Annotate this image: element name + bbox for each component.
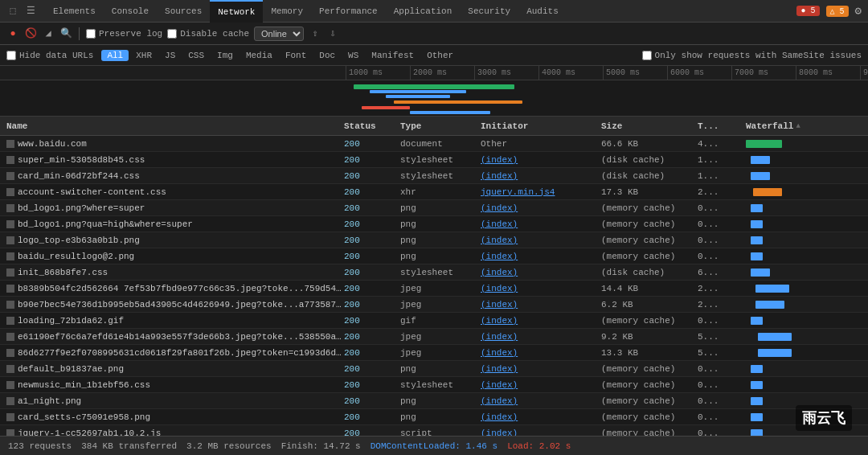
cell-initiator[interactable]: (index) — [481, 316, 601, 326]
table-row[interactable]: default_b91837ae.png200png(index)(memory… — [0, 361, 868, 377]
cell-initiator[interactable]: (index) — [481, 396, 601, 406]
tab-audits[interactable]: Audits — [518, 0, 567, 23]
col-header-size[interactable]: Size — [601, 121, 698, 131]
cell-initiator[interactable]: jquery.min.js4 — [481, 187, 601, 197]
cell-initiator[interactable]: (index) — [481, 252, 601, 261]
tab-memory[interactable]: Memory — [263, 0, 311, 23]
col-headers: Name Status Type Initiator Size T... Wat… — [0, 117, 868, 136]
throttle-select[interactable]: Online — [254, 27, 304, 41]
table-row[interactable]: init_868b8fe7.css200stylesheet(index)(di… — [0, 264, 868, 281]
table-row[interactable]: b8389b504fc2d562664 7ef53b7fbd9e977c66c3… — [0, 281, 868, 297]
disable-cache-input[interactable] — [167, 29, 177, 39]
resource-icon — [6, 317, 14, 325]
cell-initiator[interactable]: (index) — [481, 364, 601, 374]
cell-status: 200 — [344, 268, 400, 277]
table-row[interactable]: a1_night.png200png(index)(memory cache)0… — [0, 393, 868, 409]
import-icon[interactable]: ⇧ — [309, 27, 321, 40]
filter-icon[interactable]: ◢ — [42, 27, 55, 40]
cell-initiator[interactable]: (index) — [481, 300, 601, 309]
table-row[interactable]: card_min-06d72bf244.css200stylesheet(ind… — [0, 168, 868, 184]
filter-doc[interactable]: Doc — [313, 50, 341, 61]
tab-application[interactable]: Application — [386, 0, 461, 23]
cell-initiator[interactable]: (index) — [481, 171, 601, 181]
tab-network[interactable]: Network — [210, 0, 263, 23]
disable-cache-checkbox[interactable]: Disable cache — [167, 29, 249, 39]
table-row[interactable]: loading_72b1da62.gif200gif(index)(memory… — [0, 313, 868, 329]
samesite-checkbox[interactable]: Only show requests with SameSite issues — [642, 51, 862, 60]
cell-initiator[interactable]: (index) — [481, 380, 601, 390]
cell-initiator[interactable]: (index) — [481, 219, 601, 229]
cell-waterfall — [746, 345, 862, 360]
cell-name: init_868b8fe7.css — [6, 268, 344, 277]
table-row[interactable]: card_setts-c75091e958.png200png(index)(m… — [0, 409, 868, 425]
cell-initiator[interactable]: (index) — [481, 348, 601, 358]
col-header-status[interactable]: Status — [344, 121, 400, 131]
table-row[interactable]: b90e7bec54e736d1b995eb5ad43905c4d4626949… — [0, 297, 868, 313]
filter-font[interactable]: Font — [280, 50, 312, 61]
filter-manifest[interactable]: Manifest — [366, 50, 420, 61]
col-header-type[interactable]: Type — [400, 121, 481, 131]
table-row[interactable]: newmusic_min_1b1ebf56.css200stylesheet(i… — [0, 377, 868, 393]
preserve-log-input[interactable] — [86, 29, 96, 39]
cell-initiator[interactable]: (index) — [481, 284, 601, 293]
tab-security[interactable]: Security — [460, 0, 518, 23]
filter-css[interactable]: CSS — [182, 50, 210, 61]
cell-name: default_b91837ae.png — [6, 364, 344, 374]
waterfall-bar — [746, 140, 782, 148]
ruler-tick: 3000 ms — [474, 66, 538, 80]
mobile-icon[interactable]: ☰ — [24, 5, 37, 18]
cell-type: stylesheet — [400, 268, 481, 277]
waterfall-bar — [751, 220, 763, 228]
filter-other[interactable]: Other — [421, 50, 459, 61]
cell-status: 200 — [344, 284, 400, 293]
col-header-waterfall[interactable]: Waterfall ▲ — [746, 121, 862, 131]
tab-performance[interactable]: Performance — [311, 0, 386, 23]
record-button[interactable]: ● — [6, 27, 19, 40]
hide-data-urls-checkbox[interactable]: Hide data URLs — [6, 51, 93, 60]
cell-initiator[interactable]: (index) — [481, 332, 601, 342]
cell-initiator[interactable]: (index) — [481, 203, 601, 213]
search-icon[interactable]: 🔍 — [59, 27, 72, 40]
table-row[interactable]: bd_logo1.png?qua=high&where=super200png(… — [0, 216, 868, 232]
cell-name: b90e7bec54e736d1b995eb5ad43905c4d4626949… — [6, 300, 344, 309]
filter-img[interactable]: Img — [211, 50, 239, 61]
tab-sources[interactable]: Sources — [157, 0, 210, 23]
table-row[interactable]: 86d6277f9e2f0708995631cd0618f29fa801f26b… — [0, 345, 868, 361]
col-header-time[interactable]: T... — [698, 121, 746, 131]
cell-type: png — [400, 364, 481, 374]
preserve-log-checkbox[interactable]: Preserve log — [86, 29, 162, 39]
samesite-input[interactable] — [642, 51, 652, 60]
settings-icon[interactable]: ⚙ — [855, 4, 862, 18]
cell-initiator[interactable]: (index) — [481, 155, 601, 165]
cell-initiator[interactable]: (index) — [481, 428, 601, 437]
cell-status: 200 — [344, 428, 400, 437]
export-icon[interactable]: ⇩ — [326, 27, 339, 40]
filter-media[interactable]: Media — [240, 50, 278, 61]
cell-status: 200 — [344, 236, 400, 245]
clear-button[interactable]: 🚫 — [24, 27, 37, 40]
table-row[interactable]: e61190ef76c6a7efd61e4b14a993e557f3de66b3… — [0, 329, 868, 345]
filter-ws[interactable]: WS — [342, 50, 364, 61]
cell-initiator[interactable]: (index) — [481, 268, 601, 277]
cell-status: 200 — [344, 155, 400, 165]
svg-rect-4 — [362, 106, 410, 109]
table-row[interactable]: logo_top-e3b63a0b1b.png200png(index)(mem… — [0, 232, 868, 248]
inspect-icon[interactable]: ⬚ — [6, 5, 19, 18]
table-row[interactable]: www.baidu.com200documentOther66.6 KB4... — [0, 136, 868, 152]
cell-status: 200 — [344, 316, 400, 326]
table-row[interactable]: jquery-1-cc52697ab1.10.2.js200script(ind… — [0, 425, 868, 436]
table-row[interactable]: account-switcher-content.css200xhrjquery… — [0, 184, 868, 200]
tab-elements[interactable]: Elements — [45, 0, 104, 23]
col-header-name[interactable]: Name — [6, 121, 344, 131]
cell-initiator[interactable]: (index) — [481, 236, 601, 245]
table-row[interactable]: bd_logo1.png?where=super200png(index)(me… — [0, 200, 868, 216]
filter-xhr[interactable]: XHR — [130, 50, 158, 61]
table-row[interactable]: baidu_resultlogo@2.png200png(index)(memo… — [0, 248, 868, 264]
cell-initiator[interactable]: (index) — [481, 412, 601, 422]
table-row[interactable]: super_min-53058d8b45.css200stylesheet(in… — [0, 152, 868, 168]
filter-js[interactable]: JS — [159, 50, 181, 61]
col-header-initiator[interactable]: Initiator — [481, 121, 601, 131]
tab-console[interactable]: Console — [104, 0, 157, 23]
filter-all[interactable]: All — [101, 50, 129, 61]
hide-data-urls-input[interactable] — [6, 51, 16, 60]
